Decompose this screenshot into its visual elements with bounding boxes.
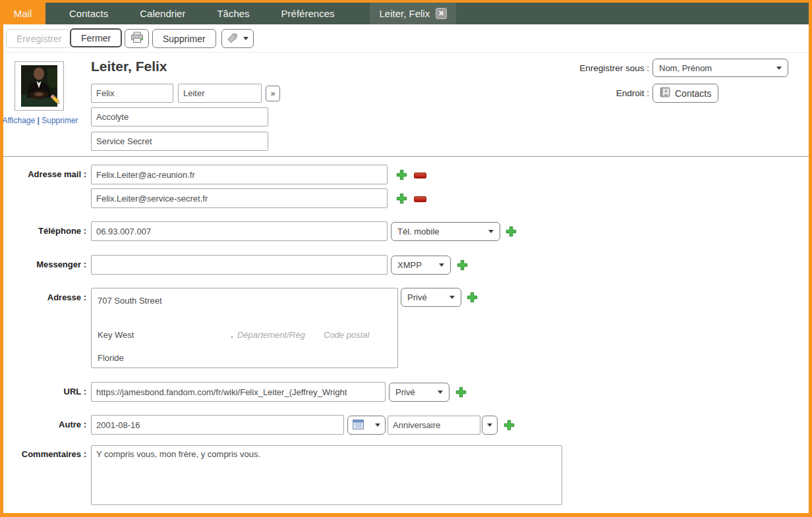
address-label: Adresse :: [3, 292, 86, 302]
url-input[interactable]: [91, 382, 386, 402]
address-box: ,: [91, 288, 398, 368]
add-address-button[interactable]: [467, 292, 478, 303]
photo-links-separator: |: [38, 116, 40, 125]
contact-photo[interactable]: [14, 61, 64, 111]
add-messenger-button[interactable]: [457, 259, 468, 271]
calendar-picker-button[interactable]: [347, 416, 386, 435]
window-border-top: [0, 0, 812, 3]
tab-calendrier[interactable]: Calendrier: [124, 3, 201, 24]
comments-textarea[interactable]: [91, 445, 562, 505]
add-email-button[interactable]: [396, 169, 407, 180]
remove-email-button[interactable]: [414, 173, 426, 178]
last-name-input[interactable]: [178, 84, 262, 103]
save-as-label: Enregistrer sous :: [504, 63, 649, 73]
city-input[interactable]: [98, 329, 227, 340]
street-input[interactable]: [98, 294, 295, 306]
contact-title: Leiter, Felix: [91, 59, 167, 74]
tab-preferences[interactable]: Préférences: [266, 3, 351, 24]
chevron-down-icon: [488, 230, 494, 233]
country-input[interactable]: [98, 352, 227, 364]
printer-icon: [130, 32, 144, 45]
email-label: Adresse mail :: [3, 169, 86, 179]
delete-button[interactable]: Supprimer: [152, 29, 216, 48]
chevron-down-icon: [438, 391, 443, 394]
chevron-down-icon: [375, 423, 380, 427]
add-other-button[interactable]: [504, 420, 515, 431]
company-input[interactable]: [91, 132, 268, 151]
chevron-down-icon: [243, 37, 248, 40]
photo-links: Affichage | Supprimer: [0, 116, 86, 125]
phone-type-value: Tél. mobile: [397, 227, 440, 236]
add-phone-button[interactable]: [506, 226, 517, 237]
tab-mail[interactable]: Mail: [0, 3, 45, 24]
add-url-button[interactable]: [455, 387, 467, 398]
tab-contact-leiter-felix[interactable]: Leiter, Felix ✕: [370, 3, 456, 24]
address-type-value: Privé: [407, 292, 427, 302]
messenger-label: Messenger :: [3, 259, 86, 269]
messenger-input[interactable]: [91, 255, 388, 275]
save-button[interactable]: Enregistrer: [6, 29, 72, 48]
address-separator: ,: [231, 329, 233, 339]
tab-close-icon[interactable]: ✕: [436, 8, 447, 19]
url-type-dropdown[interactable]: Privé: [389, 383, 450, 402]
other-type-input[interactable]: [388, 416, 480, 435]
address-book-icon: [660, 87, 670, 99]
other-type-dropdown-button[interactable]: [482, 416, 498, 435]
app-tab-bar: Mail Contacts Calendrier Tâches Préféren…: [3, 3, 809, 24]
toolbar: Enregistrer Fermer Supprimer: [3, 24, 809, 53]
chevron-down-icon: [450, 296, 455, 299]
state-input[interactable]: [237, 329, 318, 340]
window-border-right: [809, 0, 812, 517]
contacts-folder-button[interactable]: Contacts: [652, 84, 718, 103]
content-tab-label: Leiter, Felix: [379, 8, 430, 19]
save-as-dropdown[interactable]: Nom, Prénom: [652, 59, 788, 77]
email-input[interactable]: [91, 188, 388, 208]
phone-type-dropdown[interactable]: Tél. mobile: [391, 222, 500, 241]
calendar-icon: [353, 420, 364, 431]
location-value: Contacts: [675, 88, 711, 99]
window-border-left: [0, 0, 3, 517]
window-border-bottom: [0, 513, 812, 517]
name-expand-button[interactable]: »: [266, 86, 280, 101]
contact-form: Affichage | Supprimer Leiter, Felix » En…: [3, 53, 809, 513]
messenger-type-value: XMPP: [397, 260, 422, 270]
remove-email-button[interactable]: [414, 196, 426, 202]
tab-contacts[interactable]: Contacts: [53, 3, 124, 24]
phone-label: Téléphone :: [3, 226, 86, 236]
url-label: URL :: [3, 387, 86, 396]
chevron-down-icon: [439, 263, 444, 267]
app-window: Mail Contacts Calendrier Tâches Préféren…: [0, 0, 812, 517]
section-separator: [3, 156, 809, 157]
tag-icon: [227, 32, 239, 45]
comments-label: Commentaires :: [3, 449, 86, 459]
location-label: Endroit :: [504, 88, 649, 98]
save-as-value: Nom, Prénom: [659, 63, 712, 73]
messenger-type-dropdown[interactable]: XMPP: [391, 256, 451, 275]
phone-input[interactable]: [91, 221, 388, 241]
print-button[interactable]: [125, 29, 149, 48]
other-label: Autre :: [3, 420, 86, 429]
address-type-dropdown[interactable]: Privé: [401, 288, 461, 307]
job-title-input[interactable]: [91, 107, 268, 126]
photo-view-link[interactable]: Affichage: [2, 116, 35, 125]
close-button[interactable]: Fermer: [70, 28, 122, 47]
photo-edit-pencil-icon[interactable]: [49, 93, 62, 109]
add-email-button[interactable]: [396, 193, 407, 204]
postal-input[interactable]: [324, 329, 386, 340]
chevron-down-icon: [487, 423, 492, 427]
email-input[interactable]: [91, 165, 388, 184]
first-name-input[interactable]: [91, 84, 173, 103]
tab-taches[interactable]: Tâches: [201, 3, 265, 24]
chevron-down-icon: [776, 67, 782, 70]
url-type-value: Privé: [395, 387, 415, 397]
other-input[interactable]: [91, 415, 344, 435]
tag-button[interactable]: [221, 29, 254, 48]
photo-delete-link[interactable]: Supprimer: [42, 116, 78, 125]
